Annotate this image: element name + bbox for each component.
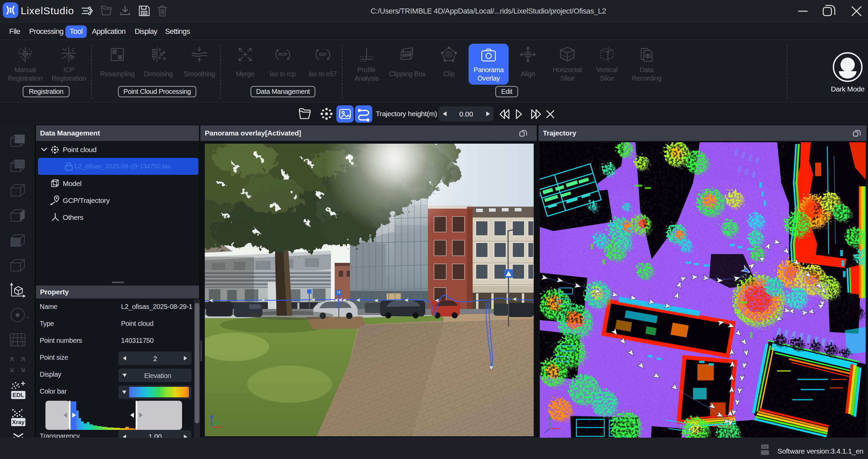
svg-text:E57: E57 bbox=[319, 52, 327, 57]
svg-text:EDL: EDL bbox=[13, 392, 24, 398]
svg-text:Xray: Xray bbox=[12, 419, 25, 425]
svg-text:RCP: RCP bbox=[278, 52, 287, 57]
